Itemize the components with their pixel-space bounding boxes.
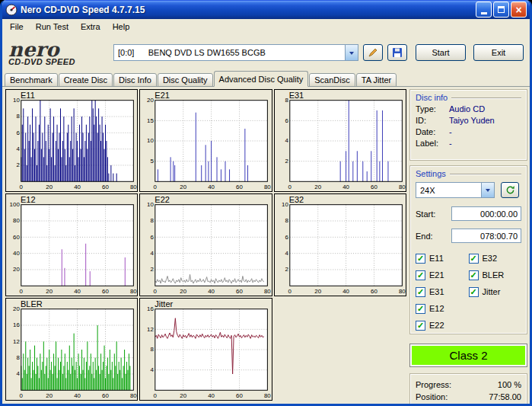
checkbox-box-e11[interactable]: ✓	[416, 254, 425, 264]
save-button[interactable]	[387, 44, 407, 61]
quality-class-badge: Class 2	[412, 346, 525, 365]
checkbox-jitter[interactable]: ✓Jitter	[469, 287, 522, 297]
svg-text:12: 12	[147, 326, 154, 333]
svg-text:80: 80	[130, 392, 137, 399]
status-row: Progress:100 %	[416, 380, 521, 389]
minimize-button[interactable]	[476, 2, 492, 18]
checkbox-label: E21	[429, 271, 444, 280]
header-rule	[451, 98, 521, 98]
drive-select[interactable]: [0:0] BENQ DVD LS DW1655 BCGB	[113, 44, 358, 61]
svg-text:40: 40	[209, 184, 215, 190]
chart-plot-e12: 20406080100020406080	[6, 194, 137, 296]
tab-disc-info[interactable]: Disc Info	[113, 73, 157, 87]
menu-bar: FileRun TestExtraHelp	[2, 19, 530, 34]
svg-text:4: 4	[16, 370, 20, 377]
svg-text:4: 4	[285, 250, 288, 257]
checkbox-e31[interactable]: ✓E31	[416, 287, 469, 297]
settings-title: Settings	[416, 169, 446, 178]
svg-text:6: 6	[151, 234, 155, 241]
window-controls: ×	[476, 2, 527, 18]
end-time-label: End:	[416, 232, 444, 241]
start-button-label: Start	[432, 48, 449, 57]
chart-plot-e32: 246810020406080	[275, 194, 406, 296]
drive-dropdown-arrow-icon[interactable]	[345, 45, 358, 60]
checkbox-e22[interactable]: ✓E22	[416, 321, 469, 331]
svg-text:60: 60	[102, 184, 109, 190]
svg-text:80: 80	[399, 184, 406, 190]
menu-item-extra[interactable]: Extra	[75, 20, 107, 34]
checkbox-box-e21[interactable]: ✓	[416, 270, 425, 280]
checkbox-box-bler[interactable]: ✓	[469, 270, 479, 280]
checkbox-label: BLER	[483, 271, 505, 280]
checkbox-e21[interactable]: ✓E21	[416, 270, 469, 280]
svg-text:0: 0	[20, 184, 24, 190]
refresh-button[interactable]	[501, 182, 519, 198]
checkbox-label: Jitter	[483, 288, 501, 296]
chart-title-bler: BLER	[21, 299, 43, 308]
chart-title-e32: E32	[289, 195, 304, 204]
exit-button-label: Exit	[492, 48, 505, 57]
info-value: -	[449, 139, 452, 148]
svg-text:100: 100	[10, 201, 21, 208]
refresh-icon	[505, 185, 515, 195]
info-value: Taiyo Yuden	[449, 116, 495, 125]
content-area: E11246810020406080E215101520020406080E31…	[2, 87, 530, 404]
checkbox-e11[interactable]: ✓E11	[416, 254, 469, 264]
svg-text:2: 2	[151, 266, 154, 273]
chart-title-e22: E22	[155, 195, 170, 204]
svg-text:80: 80	[264, 392, 271, 399]
menu-item-run-test[interactable]: Run Test	[30, 20, 75, 34]
status-rows: Progress:100 %Position:77:58.00Speed:26.…	[416, 380, 521, 406]
tab-benchmark[interactable]: Benchmark	[5, 73, 58, 87]
checkbox-e12[interactable]: ✓E12	[416, 304, 469, 314]
start-time-field[interactable]: 000:00.00	[451, 206, 521, 221]
close-button[interactable]: ×	[511, 2, 527, 18]
info-label: Label:	[416, 139, 449, 148]
close-icon: ×	[515, 4, 521, 16]
speed-dropdown-arrow-icon[interactable]	[481, 183, 494, 197]
svg-text:8: 8	[151, 217, 155, 224]
chart-plot-e31: 2468020406080	[275, 90, 406, 191]
chart-e11: E11246810020406080	[5, 89, 138, 192]
checkbox-e32[interactable]: ✓E32	[469, 254, 522, 264]
disc-info-title: Disc info	[416, 93, 448, 102]
checkbox-box-e32[interactable]: ✓	[469, 254, 479, 264]
chart-plot-e21: 5101520020406080	[140, 90, 271, 191]
checkbox-box-e31[interactable]: ✓	[416, 287, 425, 297]
maximize-button[interactable]	[493, 2, 509, 18]
info-label: ID:	[416, 116, 449, 125]
chart-e21: E215101520020406080	[139, 89, 272, 192]
checkbox-box-e22[interactable]: ✓	[416, 321, 425, 331]
svg-text:80: 80	[399, 288, 406, 295]
tab-advanced-disc-quality[interactable]: Advanced Disc Quality	[214, 71, 309, 87]
svg-text:20: 20	[180, 392, 187, 399]
speed-select[interactable]: 24X	[416, 182, 495, 198]
checkbox-box-e12[interactable]: ✓	[416, 304, 425, 314]
checkbox-bler[interactable]: ✓BLER	[469, 270, 522, 280]
svg-text:0: 0	[154, 184, 158, 190]
start-button[interactable]: Start	[416, 44, 466, 61]
checkbox-box-jitter[interactable]: ✓	[469, 287, 479, 297]
tab-bar: BenchmarkCreate DiscDisc InfoDisc Qualit…	[2, 71, 530, 87]
end-time-field[interactable]: 078:00.70	[451, 229, 521, 243]
edit-button[interactable]	[363, 44, 383, 61]
tab-scandisc[interactable]: ScanDisc	[309, 73, 355, 87]
tab-create-disc[interactable]: Create Disc	[59, 73, 113, 87]
svg-text:80: 80	[130, 288, 137, 295]
svg-text:2: 2	[285, 158, 288, 165]
svg-text:60: 60	[236, 392, 243, 399]
info-label: Type:	[416, 104, 449, 113]
tab-disc-quality[interactable]: Disc Quality	[158, 73, 213, 87]
chart-title-e11: E11	[21, 91, 35, 100]
menu-item-help[interactable]: Help	[107, 20, 136, 34]
svg-text:0: 0	[20, 392, 24, 399]
exit-button[interactable]: Exit	[473, 44, 524, 61]
svg-text:40: 40	[74, 392, 81, 399]
nero-logo: nero CD-DVD SPEED	[8, 40, 113, 66]
svg-text:0: 0	[288, 184, 291, 190]
menu-item-file[interactable]: File	[4, 20, 30, 34]
maximize-icon	[498, 6, 505, 13]
tab-ta-jitter[interactable]: TA Jitter	[356, 73, 397, 87]
chart-title-e31: E31	[289, 91, 304, 100]
svg-text:2: 2	[16, 161, 19, 168]
